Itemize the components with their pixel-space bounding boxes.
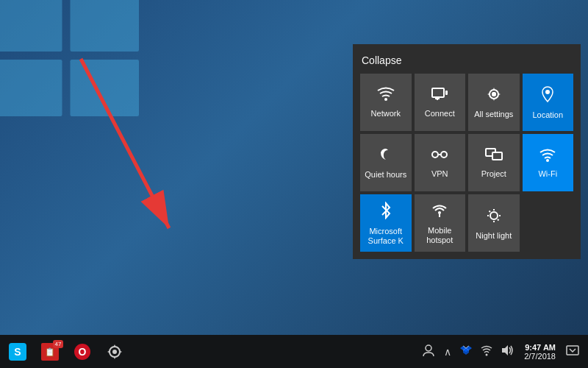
svg-point-20: [546, 159, 549, 162]
project-label: Project: [481, 169, 506, 179]
vpn-icon: [431, 147, 448, 165]
quiet-hours-icon: [378, 146, 394, 166]
tile-network[interactable]: Network: [360, 74, 412, 131]
svg-text:S: S: [14, 346, 21, 358]
windows-logo-area: [0, 0, 184, 147]
clock-time: 9:47 AM: [524, 343, 556, 352]
network-label: Network: [371, 109, 401, 118]
tile-bluetooth[interactable]: Microsoft Surface K: [360, 194, 412, 252]
mobile-hotspot-label: Mobile hotspot: [419, 226, 462, 245]
svg-rect-8: [445, 91, 448, 95]
svg-rect-1: [71, 0, 140, 52]
badge-count: 47: [53, 340, 63, 348]
svg-point-45: [486, 354, 488, 356]
connect-icon: [431, 87, 448, 105]
location-icon: [540, 85, 555, 106]
volume-icon[interactable]: [499, 344, 517, 358]
project-icon: [485, 147, 503, 165]
svg-point-6: [384, 98, 387, 101]
task-badge-icon[interactable]: 📋 47: [35, 337, 65, 367]
people-icon[interactable]: [420, 344, 437, 359]
taskbar-left: S 📋 47 O: [0, 337, 129, 367]
settings-icon: [486, 86, 502, 105]
tile-all-settings[interactable]: All settings: [468, 74, 520, 131]
svg-rect-7: [432, 88, 444, 97]
svg-point-36: [112, 350, 117, 354]
desktop: Collapse Network: [0, 0, 588, 335]
wifi-tray-icon[interactable]: [478, 344, 495, 358]
tile-connect[interactable]: Connect: [415, 74, 466, 131]
action-center-panel: Collapse Network: [353, 44, 581, 259]
location-label: Location: [532, 110, 563, 120]
notification-center-icon[interactable]: [563, 344, 582, 360]
svg-point-13: [492, 92, 496, 96]
tiles-grid: Network Connect: [360, 74, 573, 252]
bluetooth-label: Microsoft Surface K: [365, 227, 407, 246]
chevron-up-icon[interactable]: ∧: [442, 346, 453, 358]
collapse-button[interactable]: Collapse: [360, 52, 573, 74]
svg-point-16: [441, 152, 447, 158]
system-clock[interactable]: 9:47 AM 2/7/2018: [521, 343, 559, 361]
dropbox-icon[interactable]: [458, 344, 474, 358]
svg-text:📋: 📋: [45, 347, 55, 357]
tile-project[interactable]: Project: [468, 134, 520, 191]
svg-rect-19: [492, 152, 502, 160]
svg-rect-47: [567, 346, 578, 355]
tile-vpn[interactable]: VPN: [415, 134, 466, 191]
tile-location[interactable]: Location: [523, 74, 574, 131]
svg-text:O: O: [79, 346, 87, 358]
svg-rect-2: [0, 60, 62, 116]
all-settings-label: All settings: [474, 110, 513, 119]
night-light-label: Night light: [476, 231, 512, 241]
svg-line-28: [489, 210, 490, 212]
svg-point-23: [490, 212, 498, 219]
tile-wifi[interactable]: Wi-Fi: [523, 134, 574, 191]
svg-point-14: [545, 90, 550, 94]
bluetooth-icon: [380, 202, 392, 222]
vpn-label: VPN: [431, 169, 448, 179]
wifi-icon: [539, 147, 556, 165]
network-icon: [377, 87, 395, 105]
svg-rect-3: [71, 60, 140, 116]
settings-taskbar-icon[interactable]: [100, 337, 129, 367]
svg-point-21: [438, 211, 441, 214]
svg-point-38: [426, 345, 431, 351]
tile-quiet-hours[interactable]: Quiet hours: [360, 134, 412, 191]
connect-label: Connect: [425, 109, 455, 118]
taskbar-right: ∧: [420, 343, 588, 361]
tile-night-light[interactable]: Night light: [468, 194, 520, 252]
svg-line-29: [498, 219, 499, 221]
opera-taskbar-icon[interactable]: O: [68, 337, 97, 367]
svg-point-15: [432, 152, 438, 158]
mobile-hotspot-icon: [431, 202, 448, 222]
clock-date: 2/7/2018: [524, 352, 556, 361]
quiet-hours-label: Quiet hours: [365, 170, 406, 180]
wifi-label: Wi-Fi: [538, 169, 557, 179]
skype-taskbar-icon[interactable]: S: [3, 337, 32, 367]
svg-marker-46: [502, 345, 508, 355]
taskbar: S 📋 47 O: [0, 335, 588, 368]
tile-mobile-hotspot[interactable]: Mobile hotspot: [415, 194, 466, 252]
night-light-icon: [486, 208, 502, 227]
svg-rect-0: [0, 0, 62, 52]
